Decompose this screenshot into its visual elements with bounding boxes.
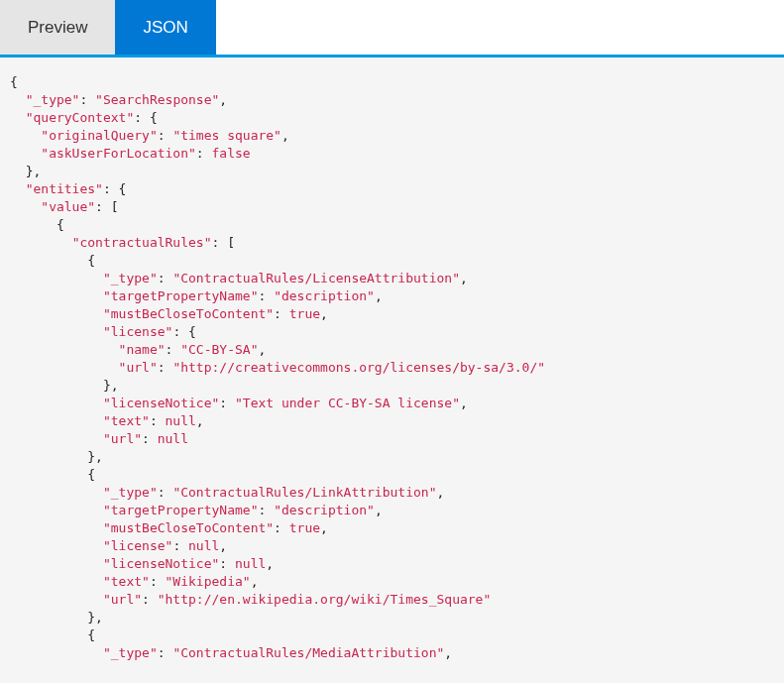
code-line: "text": "Wikipedia", xyxy=(10,573,774,591)
code-line: }, xyxy=(10,609,774,626)
code-line: }, xyxy=(10,448,774,466)
code-line: { xyxy=(10,252,774,270)
code-line: "licenseNotice": "Text under CC-BY-SA li… xyxy=(10,395,774,412)
code-line: { xyxy=(10,73,774,91)
code-line: { xyxy=(10,216,774,234)
code-line: "queryContext": { xyxy=(10,109,774,127)
code-line: "originalQuery": "times square", xyxy=(10,127,774,145)
code-line: "targetPropertyName": "description", xyxy=(10,287,774,305)
code-line: }, xyxy=(10,377,774,395)
code-line: "value": [ xyxy=(10,198,774,216)
code-line: "name": "CC-BY-SA", xyxy=(10,341,774,359)
code-line: "entities": { xyxy=(10,180,774,198)
code-line: "licenseNotice": null, xyxy=(10,555,774,573)
tab-json[interactable]: JSON xyxy=(115,0,215,55)
json-code-panel: { "_type": "SearchResponse", "queryConte… xyxy=(0,57,784,683)
code-line: "_type": "ContractualRules/LinkAttributi… xyxy=(10,484,774,502)
code-line: "_type": "ContractualRules/LicenseAttrib… xyxy=(10,270,774,287)
code-line: "_type": "SearchResponse", xyxy=(10,91,774,109)
code-line: { xyxy=(10,626,774,644)
code-line: "mustBeCloseToContent": true, xyxy=(10,519,774,537)
code-line: "mustBeCloseToContent": true, xyxy=(10,305,774,323)
code-line: "url": null xyxy=(10,430,774,448)
code-line: "askUserForLocation": false xyxy=(10,145,774,163)
code-line: "url": "http://creativecommons.org/licen… xyxy=(10,359,774,377)
code-line: { xyxy=(10,466,774,484)
tab-bar: Preview JSON xyxy=(0,0,784,57)
code-line: "_type": "ContractualRules/MediaAttribut… xyxy=(10,644,774,662)
code-line: "contractualRules": [ xyxy=(10,234,774,252)
code-line: "targetPropertyName": "description", xyxy=(10,502,774,519)
code-line: "license": { xyxy=(10,323,774,341)
code-line: "license": null, xyxy=(10,537,774,555)
tab-preview[interactable]: Preview xyxy=(0,0,115,55)
code-line: "text": null, xyxy=(10,412,774,430)
code-line: "url": "http://en.wikipedia.org/wiki/Tim… xyxy=(10,591,774,609)
code-line: }, xyxy=(10,163,774,180)
